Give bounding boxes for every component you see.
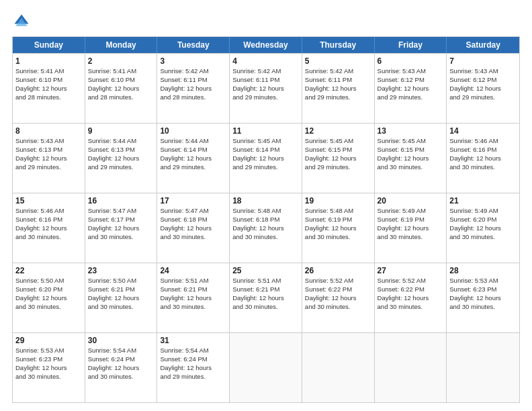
day-info-line: Daylight: 12 hours bbox=[88, 154, 154, 163]
calendar-day-26: 26Sunrise: 5:52 AMSunset: 6:22 PMDayligh… bbox=[302, 263, 375, 332]
calendar-day-24: 24Sunrise: 5:51 AMSunset: 6:21 PMDayligh… bbox=[157, 263, 230, 332]
header-day-thursday: Thursday bbox=[302, 37, 375, 53]
day-info-line: Sunset: 6:11 PM bbox=[305, 76, 371, 85]
calendar-day-5: 5Sunrise: 5:42 AMSunset: 6:11 PMDaylight… bbox=[302, 54, 375, 123]
day-number: 10 bbox=[160, 126, 226, 136]
day-info-line: Daylight: 12 hours bbox=[305, 224, 371, 233]
day-info-line: and 30 minutes. bbox=[88, 373, 154, 381]
day-info-line: Daylight: 12 hours bbox=[88, 364, 154, 373]
day-info-line: Sunset: 6:14 PM bbox=[232, 146, 299, 154]
day-info-line: Sunrise: 5:49 AM bbox=[449, 207, 517, 216]
day-info-line: Sunset: 6:18 PM bbox=[232, 216, 299, 224]
day-info-line: Sunset: 6:16 PM bbox=[449, 146, 517, 154]
day-info-line: and 29 minutes. bbox=[15, 163, 82, 172]
day-number: 19 bbox=[305, 195, 371, 206]
day-info-line: Daylight: 12 hours bbox=[15, 224, 82, 233]
day-info-line: Daylight: 12 hours bbox=[160, 224, 226, 233]
day-info-line: Sunrise: 5:47 AM bbox=[88, 207, 154, 216]
day-info-line: Sunrise: 5:50 AM bbox=[88, 277, 154, 285]
day-info-line: Daylight: 12 hours bbox=[232, 224, 299, 233]
day-info-line: Daylight: 12 hours bbox=[378, 85, 444, 93]
day-number: 17 bbox=[160, 195, 226, 206]
day-info-line: Sunrise: 5:45 AM bbox=[232, 137, 299, 146]
day-info-line: Daylight: 12 hours bbox=[449, 224, 517, 233]
day-info-line: and 30 minutes. bbox=[88, 303, 154, 312]
day-info-line: and 29 minutes. bbox=[88, 163, 154, 172]
day-info-line: Sunset: 6:15 PM bbox=[305, 146, 371, 154]
day-info-line: Sunset: 6:11 PM bbox=[160, 76, 226, 85]
header-day-tuesday: Tuesday bbox=[157, 37, 230, 53]
day-info-line: Sunset: 6:24 PM bbox=[160, 355, 226, 364]
calendar-day-22: 22Sunrise: 5:50 AMSunset: 6:20 PMDayligh… bbox=[13, 263, 85, 332]
day-info-line: Sunrise: 5:45 AM bbox=[305, 137, 371, 146]
day-info-line: Sunset: 6:15 PM bbox=[378, 146, 444, 154]
calendar-empty-cell bbox=[375, 333, 447, 402]
day-info-line: Daylight: 12 hours bbox=[305, 85, 371, 93]
day-info-line: Sunrise: 5:43 AM bbox=[15, 137, 82, 146]
day-info-line: and 29 minutes. bbox=[305, 93, 371, 102]
calendar-day-31: 31Sunrise: 5:54 AMSunset: 6:24 PMDayligh… bbox=[157, 333, 230, 402]
day-info-line: and 30 minutes. bbox=[15, 233, 82, 242]
day-info-line: Sunset: 6:11 PM bbox=[232, 76, 299, 85]
day-number: 23 bbox=[88, 265, 154, 276]
day-number: 1 bbox=[15, 56, 82, 66]
calendar-day-4: 4Sunrise: 5:42 AMSunset: 6:11 PMDaylight… bbox=[230, 54, 302, 123]
day-number: 7 bbox=[449, 56, 517, 66]
day-number: 4 bbox=[232, 56, 299, 66]
day-info-line: Sunrise: 5:50 AM bbox=[15, 277, 82, 285]
day-info-line: and 30 minutes. bbox=[378, 303, 444, 312]
day-info-line: Sunset: 6:18 PM bbox=[160, 216, 226, 224]
day-info-line: and 30 minutes. bbox=[305, 233, 371, 242]
day-number: 18 bbox=[232, 195, 299, 206]
day-info-line: and 28 minutes. bbox=[15, 93, 82, 102]
day-info-line: Daylight: 12 hours bbox=[88, 85, 154, 93]
day-info-line: Sunset: 6:12 PM bbox=[378, 76, 444, 85]
day-info-line: and 30 minutes. bbox=[232, 303, 299, 312]
day-info-line: Sunrise: 5:41 AM bbox=[15, 67, 82, 76]
calendar-day-12: 12Sunrise: 5:45 AMSunset: 6:15 PMDayligh… bbox=[302, 124, 375, 193]
day-info-line: Sunset: 6:19 PM bbox=[305, 216, 371, 224]
day-info-line: Sunrise: 5:42 AM bbox=[305, 67, 371, 76]
header-day-friday: Friday bbox=[375, 37, 447, 53]
day-info-line: Daylight: 12 hours bbox=[160, 364, 226, 373]
day-number: 14 bbox=[449, 126, 517, 136]
calendar-week-4: 22Sunrise: 5:50 AMSunset: 6:20 PMDayligh… bbox=[13, 263, 519, 332]
calendar-day-23: 23Sunrise: 5:50 AMSunset: 6:21 PMDayligh… bbox=[85, 263, 158, 332]
day-info-line: Sunset: 6:23 PM bbox=[449, 285, 517, 294]
day-info-line: and 30 minutes. bbox=[449, 303, 517, 312]
day-info-line: Daylight: 12 hours bbox=[88, 294, 154, 303]
day-info-line: Daylight: 12 hours bbox=[15, 294, 82, 303]
calendar-day-8: 8Sunrise: 5:43 AMSunset: 6:13 PMDaylight… bbox=[13, 124, 85, 193]
day-info-line: and 30 minutes. bbox=[160, 303, 226, 312]
calendar-day-1: 1Sunrise: 5:41 AMSunset: 6:10 PMDaylight… bbox=[13, 54, 85, 123]
day-info-line: Sunrise: 5:43 AM bbox=[449, 67, 517, 76]
calendar-day-7: 7Sunrise: 5:43 AMSunset: 6:12 PMDaylight… bbox=[447, 54, 519, 123]
day-info-line: Daylight: 12 hours bbox=[160, 294, 226, 303]
day-info-line: Sunrise: 5:51 AM bbox=[232, 277, 299, 285]
day-info-line: Daylight: 12 hours bbox=[15, 154, 82, 163]
day-number: 3 bbox=[160, 56, 226, 66]
day-info-line: and 28 minutes. bbox=[88, 93, 154, 102]
logo-icon bbox=[12, 12, 31, 31]
day-info-line: Sunrise: 5:54 AM bbox=[88, 347, 154, 355]
day-info-line: and 30 minutes. bbox=[449, 163, 517, 172]
day-info-line: Sunrise: 5:52 AM bbox=[305, 277, 371, 285]
day-info-line: Sunset: 6:23 PM bbox=[15, 355, 82, 364]
day-info-line: and 29 minutes. bbox=[160, 373, 226, 381]
day-number: 29 bbox=[15, 335, 82, 346]
day-info-line: Daylight: 12 hours bbox=[15, 85, 82, 93]
day-number: 15 bbox=[15, 195, 82, 206]
calendar-day-10: 10Sunrise: 5:44 AMSunset: 6:14 PMDayligh… bbox=[157, 124, 230, 193]
day-number: 9 bbox=[88, 126, 154, 136]
day-info-line: Sunset: 6:17 PM bbox=[88, 216, 154, 224]
day-info-line: Daylight: 12 hours bbox=[232, 85, 299, 93]
day-info-line: Daylight: 12 hours bbox=[449, 85, 517, 93]
header-day-wednesday: Wednesday bbox=[230, 37, 302, 53]
header-day-monday: Monday bbox=[85, 37, 158, 53]
day-info-line: and 30 minutes. bbox=[160, 233, 226, 242]
day-info-line: Sunrise: 5:46 AM bbox=[449, 137, 517, 146]
day-info-line: Daylight: 12 hours bbox=[449, 294, 517, 303]
day-info-line: and 30 minutes. bbox=[378, 163, 444, 172]
day-info-line: and 30 minutes. bbox=[378, 233, 444, 242]
day-number: 8 bbox=[15, 126, 82, 136]
